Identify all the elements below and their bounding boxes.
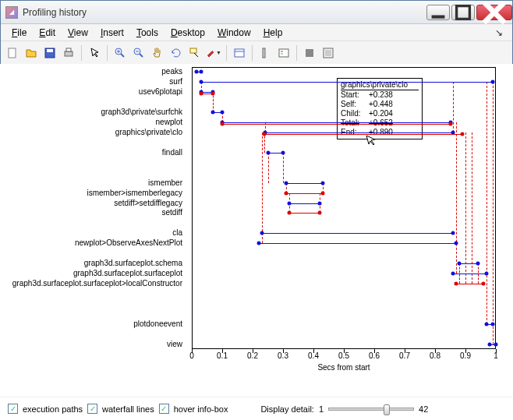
app-icon: ◢: [5, 6, 18, 19]
minimize-button[interactable]: [426, 5, 450, 20]
timeline-endpoint: [476, 262, 479, 266]
timeline-bar: [201, 82, 493, 83]
function-label: graph3d.surfaceplot.schema: [84, 259, 182, 267]
title-bar: ◢ Profiling history: [1, 1, 512, 24]
bottom-controls: execution paths waterfall lines hover in…: [0, 397, 513, 420]
function-label: setdiff>setdifflegacy: [114, 199, 182, 207]
print-icon[interactable]: [60, 44, 77, 62]
function-label: newplot>ObserveAxesNextPlot: [75, 238, 182, 247]
timeline-endpoint: [199, 79, 203, 83]
menu-tools[interactable]: Tools: [130, 26, 165, 40]
timeline-bar: [289, 213, 320, 214]
timeline-endpoint: [260, 231, 264, 235]
svg-rect-4: [9, 48, 16, 58]
svg-line-10: [121, 54, 124, 57]
function-label: ismember>ismemberlegacy: [87, 189, 182, 197]
colorbar-icon[interactable]: [256, 44, 274, 62]
svg-rect-20: [263, 48, 265, 58]
function-label: plotdoneevent: [133, 319, 182, 328]
svg-rect-25: [306, 49, 313, 57]
checkbox-execution-paths[interactable]: [8, 404, 18, 414]
menu-bar: File Edit View Insert Tools Desktop Wind…: [1, 24, 512, 41]
datacursor-icon[interactable]: [186, 44, 203, 62]
timeline-endpoint: [455, 242, 458, 245]
timeline-endpoint: [458, 262, 462, 266]
timeline-endpoint: [266, 150, 270, 154]
timeline-endpoint: [211, 91, 215, 95]
save-icon[interactable]: [41, 44, 58, 62]
brush-icon[interactable]: ▼: [205, 44, 222, 62]
timeline-endpoint: [221, 110, 225, 114]
svg-rect-16: [190, 48, 196, 53]
rotate-icon[interactable]: [168, 44, 185, 62]
label-display-detail: Display detail:: [260, 404, 313, 414]
link-icon[interactable]: [231, 44, 248, 62]
hide-tools-icon[interactable]: [301, 44, 318, 62]
timeline-endpoint: [485, 272, 489, 276]
function-label: usev6plotapi: [139, 87, 182, 96]
svg-rect-7: [65, 51, 73, 56]
slider-thumb[interactable]: [384, 404, 390, 415]
svg-rect-6: [47, 49, 53, 52]
x-tick-label: 0.1: [217, 351, 228, 360]
menu-edit[interactable]: Edit: [33, 26, 62, 40]
pointer-icon[interactable]: [86, 44, 103, 62]
svg-rect-18: [235, 49, 244, 57]
maximize-button[interactable]: [451, 5, 475, 20]
label-execution-paths: execution paths: [23, 404, 83, 414]
pan-icon[interactable]: [149, 44, 166, 62]
hover-tooltip: graphics\private\clo Start:+0.238Self:+0…: [337, 78, 423, 139]
checkbox-hover-infobox[interactable]: [159, 404, 169, 414]
menu-window[interactable]: Window: [211, 26, 257, 40]
zoom-in-icon[interactable]: [111, 44, 129, 62]
menu-desktop[interactable]: Desktop: [165, 26, 211, 40]
slider-value: 42: [419, 404, 428, 414]
plot-area[interactable]: Secs from start graphics\private\clo Sta…: [0, 64, 513, 397]
function-label: graph3d.surfaceplot.surfaceplot: [73, 269, 182, 277]
timeline-endpoint: [482, 282, 486, 286]
svg-rect-27: [325, 50, 331, 56]
function-label: setdiff: [162, 208, 183, 217]
function-label: ismember: [148, 178, 182, 187]
timeline-endpoint: [199, 70, 203, 74]
execution-path: [262, 132, 263, 244]
function-label: surf: [169, 77, 182, 86]
timeline-endpoint: [491, 323, 495, 326]
menu-file[interactable]: File: [5, 26, 33, 40]
timeline-bar: [265, 132, 454, 133]
timeline-endpoint: [488, 343, 492, 347]
close-button[interactable]: [476, 5, 512, 20]
legend-icon[interactable]: [275, 44, 292, 62]
svg-rect-21: [266, 48, 267, 58]
x-tick-label: 0.6: [369, 351, 380, 360]
window-title: Profiling history: [23, 7, 425, 18]
timeline-endpoint: [448, 122, 452, 125]
cursor-icon: [365, 135, 377, 147]
timeline-bar: [259, 243, 457, 244]
menu-help[interactable]: Help: [257, 26, 289, 40]
show-tools-icon[interactable]: [320, 44, 337, 62]
x-tick-label: 0.9: [460, 351, 471, 360]
x-tick-label: 0.2: [247, 351, 258, 360]
open-icon[interactable]: [23, 44, 40, 62]
zoom-out-icon[interactable]: [130, 44, 147, 62]
timeline-endpoint: [256, 242, 260, 245]
toolbar: ▼: [1, 41, 512, 65]
detail-slider[interactable]: [328, 408, 414, 411]
menu-view[interactable]: View: [62, 26, 94, 40]
svg-line-14: [140, 54, 143, 57]
timeline-endpoint: [287, 201, 291, 205]
timeline-bar: [262, 233, 454, 234]
x-tick-label: 1: [494, 351, 498, 360]
timeline-endpoint: [262, 132, 266, 136]
new-icon[interactable]: [4, 44, 21, 62]
execution-path: [453, 82, 454, 132]
timeline-endpoint: [455, 282, 458, 286]
svg-rect-8: [66, 48, 71, 51]
help-corner-icon[interactable]: ↘: [490, 26, 508, 40]
x-tick-label: 0.5: [338, 351, 349, 360]
checkbox-waterfall-lines[interactable]: [87, 404, 97, 414]
menu-insert[interactable]: Insert: [94, 26, 130, 40]
timeline-bar: [264, 134, 462, 135]
x-tick-label: 0.3: [278, 351, 288, 360]
